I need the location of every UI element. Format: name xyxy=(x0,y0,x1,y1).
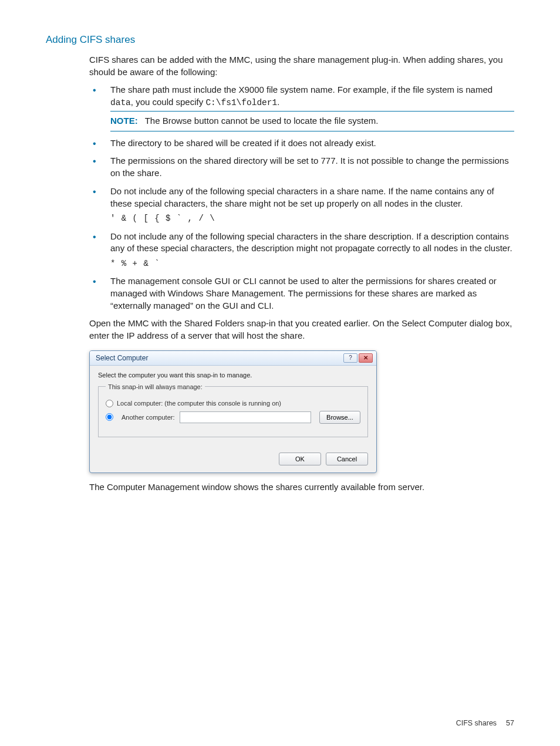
bullet-text-post: . xyxy=(277,97,279,107)
section-body: CIFS shares can be added with the MMC, u… xyxy=(89,54,514,493)
intro-paragraph: CIFS shares can be added with the MMC, u… xyxy=(89,54,514,78)
ok-button[interactable]: OK xyxy=(279,453,321,465)
section-heading: Adding CIFS shares xyxy=(46,34,514,46)
close-icon[interactable]: ✕ xyxy=(359,353,373,363)
page-footer: CIFS shares 57 xyxy=(456,719,514,727)
cancel-button[interactable]: Cancel xyxy=(326,453,368,465)
dialog-footer: OK Cancel xyxy=(90,448,376,472)
computer-input[interactable] xyxy=(180,411,312,423)
bullet-item: The share path must include the X9000 fi… xyxy=(89,84,514,131)
help-icon[interactable]: ? xyxy=(343,353,357,363)
note-box: NOTE:The Browse button cannot be used to… xyxy=(110,111,514,131)
bullet-list: The share path must include the X9000 fi… xyxy=(89,84,514,312)
mono-text: data xyxy=(110,98,131,107)
select-computer-dialog: Select Computer ? ✕ Select the computer … xyxy=(89,350,377,473)
bullet-text: Do not include any of the following spec… xyxy=(110,186,494,208)
bullet-item: Do not include any of the following spec… xyxy=(89,185,514,225)
bullet-item: The permissions on the shared directory … xyxy=(89,155,514,179)
bullet-text-mid: , you could specify xyxy=(131,97,206,107)
radio-another[interactable] xyxy=(106,413,113,421)
mono-text: C:\fs1\folder1 xyxy=(205,98,277,107)
paragraph: The Computer Management window shows the… xyxy=(89,481,514,494)
bullet-item: The management console GUI or CLI cannot… xyxy=(89,275,514,312)
code-line: ' & ( [ { $ ` , / \ xyxy=(110,213,514,224)
note-text: The Browse button cannot be used to loca… xyxy=(145,116,379,126)
dialog-instruction: Select the computer you want this snap-i… xyxy=(98,372,368,379)
code-line: * % + & ` xyxy=(110,258,514,269)
group-legend: This snap-in will always manage: xyxy=(106,383,205,390)
bullet-text-pre: The share path must include the X9000 fi… xyxy=(110,85,492,94)
bullet-item: The directory to be shared will be creat… xyxy=(89,137,514,150)
radio-group: This snap-in will always manage: Local c… xyxy=(98,383,368,437)
bullet-text: Do not include any of the following spec… xyxy=(110,231,512,254)
browse-button[interactable]: Browse... xyxy=(319,411,360,424)
radio-another-label: Another computer: xyxy=(122,414,175,421)
footer-section: CIFS shares xyxy=(456,719,497,727)
radio-local[interactable] xyxy=(106,400,113,407)
dialog-screenshot: Select Computer ? ✕ Select the computer … xyxy=(89,350,514,473)
dialog-titlebar: Select Computer ? ✕ xyxy=(90,351,376,366)
radio-local-label: Local computer: (the computer this conso… xyxy=(117,400,281,407)
page-number: 57 xyxy=(506,719,514,727)
radio-another-row: Another computer: Browse... xyxy=(106,411,360,424)
bullet-item: Do not include any of the following spec… xyxy=(89,231,514,270)
paragraph: Open the MMC with the Shared Folders sna… xyxy=(89,318,514,342)
titlebar-buttons: ? ✕ xyxy=(343,353,373,363)
dialog-title: Select Computer xyxy=(96,354,148,362)
note-label: NOTE: xyxy=(110,116,138,126)
radio-local-row: Local computer: (the computer this conso… xyxy=(106,400,360,407)
dialog-body: Select the computer you want this snap-i… xyxy=(90,366,376,448)
